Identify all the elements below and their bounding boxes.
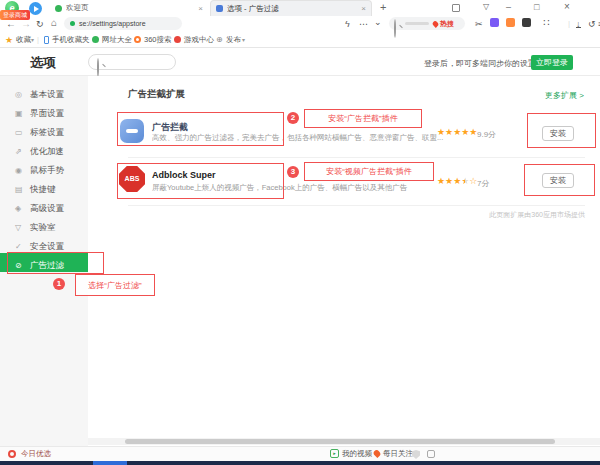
step-badge-3: 3 bbox=[287, 166, 299, 178]
search-icon bbox=[97, 58, 99, 77]
step-badge-1: 1 bbox=[53, 278, 65, 290]
annotation-box-sidebar bbox=[7, 252, 104, 274]
taskbar bbox=[0, 461, 600, 465]
annotation-box-extension1 bbox=[117, 112, 284, 146]
settings-search-input[interactable] bbox=[88, 54, 176, 70]
bolt-icon[interactable]: ϟ bbox=[345, 17, 350, 31]
search-icon bbox=[394, 19, 396, 38]
phone-icon bbox=[44, 36, 49, 44]
provider-note: 此页面扩展由360应用市场提供 bbox=[345, 210, 585, 220]
annotation-box-install1 bbox=[527, 113, 596, 148]
promo-badge[interactable]: 登录商城 bbox=[0, 10, 30, 20]
row-divider bbox=[128, 157, 585, 158]
revert-icon[interactable]: ↺ bbox=[588, 17, 596, 31]
sidebar-item-security-settings[interactable]: ✓安全设置 bbox=[0, 234, 88, 253]
hot-search-label[interactable]: 热搜 bbox=[440, 17, 454, 30]
new-tab-button[interactable]: + bbox=[380, 1, 386, 13]
section-heading: 广告拦截扩展 bbox=[128, 88, 185, 101]
caret-down-icon: ▾ bbox=[242, 32, 245, 48]
step-label-1: 选择“广告过滤” bbox=[75, 274, 155, 296]
tab-favicon-blue bbox=[216, 5, 223, 12]
tab-options[interactable]: 选项 - 广告过滤 × bbox=[210, 0, 372, 16]
bookmark-item-game-center[interactable]: 游戏中心 bbox=[184, 32, 214, 48]
star-rating: ★★★★★ bbox=[437, 127, 477, 137]
annotation-box-extension2 bbox=[117, 163, 284, 199]
my-videos-icon: ▸ bbox=[330, 449, 339, 458]
tab-label: 选项 - 广告过滤 bbox=[227, 4, 357, 14]
apps-grid-icon[interactable]: ∷ bbox=[543, 16, 549, 30]
sidebar-item-advanced-settings[interactable]: ◈高级设置 bbox=[0, 196, 88, 215]
row-divider bbox=[128, 205, 585, 206]
annotation-box-install2 bbox=[524, 164, 595, 196]
refresh-button[interactable]: ↻ bbox=[36, 17, 44, 31]
sidebar-item-optimization[interactable]: ⇗优化加速 bbox=[0, 139, 88, 158]
scissors-icon[interactable]: ✂ bbox=[475, 17, 483, 31]
360-search-icon bbox=[134, 36, 141, 43]
rating-score: 9.9分 bbox=[477, 129, 496, 140]
sidebar-item-shortcuts[interactable]: ▤快捷键 bbox=[0, 177, 88, 196]
site-security-icon bbox=[70, 21, 75, 26]
bookmark-item-mobile-favorites[interactable]: 手机收藏夹 bbox=[52, 32, 90, 48]
url-text: se://settings/appstore bbox=[79, 17, 146, 30]
extension-icon-orange[interactable] bbox=[506, 18, 515, 27]
sidebar-item-tab-settings[interactable]: ▭标签设置 bbox=[0, 120, 88, 139]
my-videos-button[interactable]: 我的视频 bbox=[342, 447, 372, 461]
minimize-button[interactable]: – bbox=[506, 0, 511, 14]
chevron-down-icon[interactable]: ⌄ bbox=[374, 15, 382, 29]
close-button[interactable]: × bbox=[564, 0, 570, 14]
download-icon[interactable]: ↓ bbox=[576, 17, 581, 28]
page-title: 选项 bbox=[30, 54, 56, 72]
step-label-3: 安装“视频广告拦截”插件 bbox=[304, 162, 434, 181]
more-extensions-link[interactable]: 更多扩展 > bbox=[545, 90, 584, 101]
address-bar[interactable]: se://settings/appstore bbox=[64, 17, 182, 30]
favorites-star-icon[interactable]: ★ bbox=[5, 32, 13, 48]
tab-welcome[interactable]: 欢迎页 × bbox=[50, 0, 208, 16]
sidebar-item-laboratory[interactable]: ▽实验室 bbox=[0, 215, 88, 234]
site-directory-icon bbox=[92, 36, 99, 43]
home-button[interactable]: ⌂ bbox=[51, 16, 57, 30]
extension-icon-purple[interactable] bbox=[490, 18, 499, 27]
toolbar-divider: | bbox=[568, 17, 570, 31]
search-placeholder-bar bbox=[405, 22, 429, 25]
tab-close-icon[interactable]: × bbox=[198, 4, 203, 13]
tab-close-icon[interactable]: × bbox=[361, 4, 366, 13]
game-center-icon bbox=[174, 36, 181, 43]
status-bar bbox=[0, 446, 600, 461]
star-rating: ★★★★☆ bbox=[437, 176, 477, 186]
maximize-button[interactable]: □ bbox=[534, 0, 539, 14]
workspace-icon[interactable] bbox=[452, 4, 460, 12]
publish-icon: ⊕ bbox=[216, 32, 223, 48]
rating-score: 7分 bbox=[477, 178, 489, 189]
bookmark-item-site-directory[interactable]: 网址大全 bbox=[102, 32, 132, 48]
more-icon[interactable]: ⋯ bbox=[359, 17, 368, 31]
sidebar-item-interface-settings[interactable]: ▣界面设置 bbox=[0, 101, 88, 120]
bookmark-item-publish[interactable]: 发布 bbox=[226, 32, 241, 48]
feedback-icon[interactable] bbox=[427, 450, 435, 458]
tab-favicon-green bbox=[55, 5, 62, 12]
tab-label: 欢迎页 bbox=[66, 3, 194, 13]
sidebar-item-mouse-gestures[interactable]: ◉鼠标手势 bbox=[0, 158, 88, 177]
user-avatar-icon[interactable] bbox=[29, 2, 42, 15]
today-picks-button[interactable]: 今日优选 bbox=[21, 447, 51, 461]
bookmarks-divider: | bbox=[37, 32, 39, 48]
sidebar-item-basic-settings[interactable]: ◎基本设置 bbox=[0, 82, 88, 101]
caret-down-icon: ▾ bbox=[31, 32, 34, 48]
step-badge-2: 2 bbox=[287, 112, 299, 124]
login-hint: 登录后，即可多端同步你的设置 bbox=[424, 58, 536, 69]
browser-window: e 登录商城 欢迎页 × 选项 - 广告过滤 × + ▽ – □ × ← → ↻… bbox=[0, 0, 600, 465]
favorites-label[interactable]: 收藏 bbox=[16, 32, 31, 48]
login-button[interactable]: 立即登录 bbox=[531, 55, 573, 70]
taskbar-active-segment bbox=[93, 461, 127, 465]
toolbar-search[interactable]: 热搜 bbox=[389, 17, 465, 30]
filter-icon[interactable]: ▽ bbox=[483, 2, 489, 11]
daily-follow-button[interactable]: 每日关注 bbox=[383, 447, 413, 461]
hot-search-flame-icon bbox=[432, 20, 440, 28]
step-label-2: 安装“广告拦截”插件 bbox=[304, 109, 422, 128]
extension-icon-dark[interactable] bbox=[522, 18, 531, 27]
bookmark-item-360-search[interactable]: 360搜索 bbox=[144, 32, 172, 48]
scrollbar-thumb[interactable] bbox=[125, 439, 555, 444]
today-picks-icon bbox=[8, 450, 16, 458]
